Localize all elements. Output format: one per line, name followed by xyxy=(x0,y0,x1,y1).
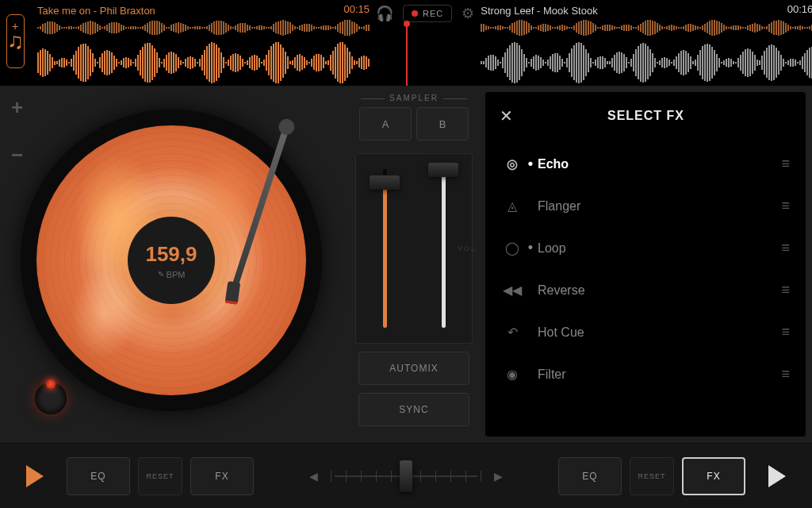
fx-name: Reverse xyxy=(538,283,781,298)
crossfader-left-icon[interactable]: ◀ xyxy=(304,465,323,487)
fx-name: Flanger xyxy=(538,199,781,214)
drag-handle-icon[interactable]: ≡ xyxy=(781,156,790,172)
track-time-right: 00:16 xyxy=(787,3,812,15)
vinyl-disc[interactable]: 159,9 BPM xyxy=(36,125,306,395)
fx-right-button[interactable]: FX xyxy=(682,457,745,495)
fader-handle-right[interactable] xyxy=(428,163,458,177)
drag-handle-icon[interactable]: ≡ xyxy=(781,198,790,214)
track-info-right: Strong Leef - Mook Stook 00:16 xyxy=(474,0,812,86)
drag-handle-icon[interactable]: ≡ xyxy=(781,366,790,383)
fx-active-dot: • xyxy=(523,156,538,172)
volume-fader-right[interactable] xyxy=(426,161,461,336)
fx-type-icon: ◯ xyxy=(501,241,523,256)
fx-type-icon: ◎ xyxy=(501,156,523,171)
fx-active-dot: • xyxy=(523,240,538,256)
sync-button[interactable]: SYNC xyxy=(358,393,469,426)
waveform-left[interactable] xyxy=(37,19,370,87)
vinyl-center-label[interactable]: 159,9 BPM xyxy=(128,217,215,304)
headphones-icon[interactable]: 🎧 xyxy=(376,5,393,22)
pitch-up-button[interactable]: + xyxy=(11,95,23,120)
fx-type-icon: ↶ xyxy=(501,325,523,340)
eq-left-button[interactable]: EQ xyxy=(67,457,130,495)
fx-type-icon: ◀◀ xyxy=(501,283,523,298)
track-title-right: Strong Leef - Mook Stook xyxy=(481,5,597,17)
sampler-label: SAMPLER xyxy=(389,94,439,102)
crossfader-handle[interactable] xyxy=(400,460,412,492)
fx-left-button[interactable]: FX xyxy=(190,457,254,495)
fx-item-filter[interactable]: ◉Filter≡ xyxy=(493,353,798,395)
play-left-button[interactable] xyxy=(11,455,59,498)
crossfader[interactable] xyxy=(331,464,481,488)
fx-type-icon: ◉ xyxy=(501,367,523,382)
pitch-down-button[interactable]: − xyxy=(11,143,23,167)
playhead-marker[interactable] xyxy=(406,24,408,86)
add-track-left-button[interactable]: + ♫ xyxy=(6,14,25,68)
settings-icon[interactable]: ⚙ xyxy=(462,5,474,22)
fx-panel: ✕ SELECT FX ◎•Echo≡◬Flanger≡◯•Loop≡◀◀Rev… xyxy=(485,92,806,437)
reset-left-button[interactable]: RESET xyxy=(138,457,182,495)
close-icon[interactable]: ✕ xyxy=(493,103,519,129)
sampler-b-button[interactable]: B xyxy=(416,107,469,140)
fx-name: Loop xyxy=(538,241,781,256)
volume-faders: VOL xyxy=(355,153,473,344)
fx-item-reverse[interactable]: ◀◀Reverse≡ xyxy=(493,269,798,311)
drag-handle-icon[interactable]: ≡ xyxy=(781,240,790,256)
play-right-button[interactable] xyxy=(753,455,801,498)
eq-right-button[interactable]: EQ xyxy=(558,457,622,495)
track-info-left: Take me on - Phil Braxton 00:15 xyxy=(31,0,376,86)
drag-handle-icon[interactable]: ≡ xyxy=(781,282,790,298)
record-dot-icon xyxy=(412,10,418,17)
crossfader-right-icon[interactable]: ▶ xyxy=(489,465,508,487)
deck-knob[interactable] xyxy=(35,383,67,414)
turntable[interactable]: 159,9 BPM xyxy=(21,110,322,411)
track-time-left: 00:15 xyxy=(343,3,370,15)
bpm-value: 159,9 xyxy=(145,242,197,267)
fader-handle-left[interactable] xyxy=(370,175,400,190)
play-icon xyxy=(26,465,44,487)
fx-item-hot-cue[interactable]: ↶Hot Cue≡ xyxy=(493,311,798,353)
deck-left: + − 159,9 BPM xyxy=(0,86,343,443)
waveform-right[interactable] xyxy=(481,19,812,87)
record-button[interactable]: REC xyxy=(403,5,452,22)
fx-type-icon: ◬ xyxy=(501,198,523,214)
automix-button[interactable]: AUTOMIX xyxy=(358,352,469,385)
volume-fader-left[interactable] xyxy=(367,161,402,336)
fx-panel-title: SELECT FX xyxy=(519,109,772,123)
fx-item-echo[interactable]: ◎•Echo≡ xyxy=(493,143,798,185)
reset-right-button[interactable]: RESET xyxy=(630,457,674,495)
sampler-a-button[interactable]: A xyxy=(359,107,412,140)
fx-item-flanger[interactable]: ◬Flanger≡ xyxy=(493,185,798,227)
drag-handle-icon[interactable]: ≡ xyxy=(781,324,790,341)
play-icon xyxy=(768,465,786,487)
bpm-label: BPM xyxy=(158,270,186,279)
fx-name: Echo xyxy=(538,157,781,171)
plus-icon: + xyxy=(12,20,18,33)
fx-item-loop[interactable]: ◯•Loop≡ xyxy=(493,227,798,269)
record-label: REC xyxy=(423,9,443,18)
mixer-center: SAMPLER A B VOL AUTOMIX SYNC xyxy=(343,86,485,443)
track-title-left: Take me on - Phil Braxton xyxy=(37,5,155,17)
fx-name: Filter xyxy=(538,368,781,382)
fx-name: Hot Cue xyxy=(538,325,781,340)
